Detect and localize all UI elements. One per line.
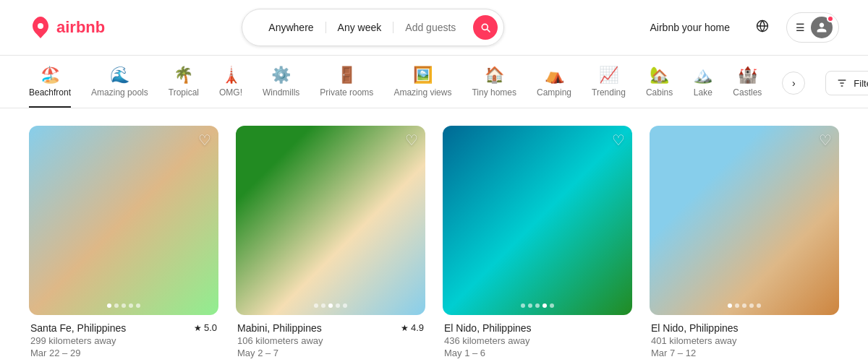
avatar [811, 17, 833, 38]
image-dot [550, 303, 554, 308]
listing-location: Mabini, Philippines [237, 322, 322, 334]
filters-button[interactable]: Filters [825, 71, 868, 95]
category-item-private-rooms[interactable]: 🚪 Private rooms [320, 67, 373, 108]
image-dot [343, 303, 347, 308]
image-dot [321, 303, 326, 308]
category-label: Trending [592, 87, 626, 98]
castles-icon: 🏰 [738, 67, 757, 83]
listing-dates: May 2 – 7 [237, 348, 424, 358]
search-button[interactable] [473, 15, 498, 40]
tropical-icon: 🌴 [174, 67, 193, 83]
listing-info: El Nido, Philippines 436 kilometers away… [443, 322, 632, 362]
filters-label: Filters [854, 78, 868, 89]
tiny-homes-icon: 🏠 [485, 67, 504, 83]
listing-rating: ★ 4.9 [401, 322, 424, 333]
listing-title-row: Santa Fe, Philippines ★ 5.0 [30, 322, 217, 334]
beachfront-icon: 🏖️ [41, 67, 60, 83]
category-item-beachfront[interactable]: 🏖️ Beachfront [29, 67, 71, 108]
language-selector[interactable] [750, 14, 775, 41]
listing-card[interactable]: ♡ Santa Fe, Philippines ★ 5.0 299 kilome… [29, 126, 218, 362]
category-item-lake[interactable]: 🏔️ Lake [693, 67, 712, 108]
image-dot [728, 303, 732, 308]
wishlist-button[interactable]: ♡ [405, 133, 418, 147]
image-dot [757, 303, 761, 308]
listing-image: ♡ [29, 126, 218, 315]
location-segment[interactable]: Anywhere [257, 22, 326, 33]
notification-badge [827, 15, 834, 22]
category-nav: 🏖️ Beachfront 🌊 Amazing pools 🌴 Tropical… [0, 56, 868, 108]
listing-rating: ★ 5.0 [194, 322, 217, 333]
guests-segment[interactable]: Add guests [393, 22, 467, 33]
category-item-amazing-views[interactable]: 🖼️ Amazing views [393, 67, 451, 108]
listing-location: El Nido, Philippines [651, 322, 739, 334]
image-dot [735, 303, 739, 308]
image-dot [542, 303, 547, 308]
category-label: Tiny homes [472, 87, 516, 98]
listing-info: El Nido, Philippines 401 kilometers away… [650, 322, 839, 362]
image-dot [521, 303, 525, 308]
amazing-views-icon: 🖼️ [413, 67, 433, 83]
image-dot [749, 303, 754, 308]
listing-card[interactable]: ♡ El Nido, Philippines 436 kilometers aw… [443, 126, 632, 362]
location-label: Anywhere [268, 22, 313, 33]
listing-dates: May 1 – 6 [444, 348, 631, 358]
header-right: Airbnb your home ☰ [641, 12, 839, 43]
star-icon: ★ [401, 323, 409, 333]
category-item-trending[interactable]: 📈 Trending [592, 67, 626, 108]
listing-dates: Mar 22 – 29 [30, 348, 217, 358]
category-label: Amazing pools [91, 87, 148, 98]
category-item-omg[interactable]: 🗼 OMG! [219, 67, 242, 108]
star-icon: ★ [194, 323, 202, 333]
category-label: Castles [733, 87, 762, 98]
category-label: Amazing views [393, 87, 451, 98]
image-dot [129, 303, 133, 308]
image-dot [107, 303, 111, 308]
image-dots [521, 303, 554, 308]
category-item-camping[interactable]: ⛺ Camping [537, 67, 571, 108]
listing-card[interactable]: ♡ El Nido, Philippines 401 kilometers aw… [650, 126, 839, 362]
search-bar[interactable]: Anywhere Any week Add guests [242, 9, 504, 46]
listing-title-row: Mabini, Philippines ★ 4.9 [237, 322, 424, 334]
image-dot [122, 303, 126, 308]
logo[interactable]: airbnb [29, 16, 105, 39]
hamburger-icon: ☰ [796, 22, 805, 33]
category-item-cabins[interactable]: 🏡 Cabins [646, 67, 673, 108]
listing-location: El Nido, Philippines [444, 322, 532, 334]
category-label: Camping [537, 87, 571, 98]
image-dot [528, 303, 532, 308]
image-dot [114, 303, 119, 308]
listing-image: ♡ [443, 126, 632, 315]
image-dots [728, 303, 761, 308]
listing-distance: 401 kilometers away [651, 335, 838, 346]
category-nav-arrow[interactable]: › [782, 72, 805, 95]
image-dot [336, 303, 340, 308]
category-item-amazing-pools[interactable]: 🌊 Amazing pools [91, 67, 148, 108]
category-item-windmills[interactable]: ⚙️ Windmills [263, 67, 299, 108]
category-item-tropical[interactable]: 🌴 Tropical [169, 67, 199, 108]
wishlist-button[interactable]: ♡ [819, 133, 832, 147]
week-label: Any week [338, 22, 382, 33]
image-dot [314, 303, 318, 308]
listing-distance: 106 kilometers away [237, 335, 424, 346]
category-label: OMG! [219, 87, 242, 98]
listing-info: Santa Fe, Philippines ★ 5.0 299 kilomete… [29, 322, 218, 362]
listing-title-row: El Nido, Philippines [651, 322, 838, 334]
lake-icon: 🏔️ [693, 67, 712, 83]
image-dot [136, 303, 140, 308]
image-dot [328, 303, 333, 308]
private-rooms-icon: 🚪 [337, 67, 357, 83]
windmills-icon: ⚙️ [271, 67, 291, 83]
listing-card[interactable]: ♡ Mabini, Philippines ★ 4.9 106 kilomete… [236, 126, 425, 362]
category-item-tiny-homes[interactable]: 🏠 Tiny homes [472, 67, 516, 108]
wishlist-button[interactable]: ♡ [198, 133, 211, 147]
listings-grid: ♡ Santa Fe, Philippines ★ 5.0 299 kilome… [0, 108, 868, 362]
image-dots [314, 303, 347, 308]
user-menu[interactable]: ☰ [786, 12, 839, 43]
host-link[interactable]: Airbnb your home [641, 16, 739, 39]
wishlist-button[interactable]: ♡ [612, 133, 625, 147]
category-label: Windmills [263, 87, 299, 98]
week-segment[interactable]: Any week [326, 22, 394, 33]
image-dot [742, 303, 746, 308]
listing-title-row: El Nido, Philippines [444, 322, 631, 334]
category-item-castles[interactable]: 🏰 Castles [733, 67, 762, 108]
